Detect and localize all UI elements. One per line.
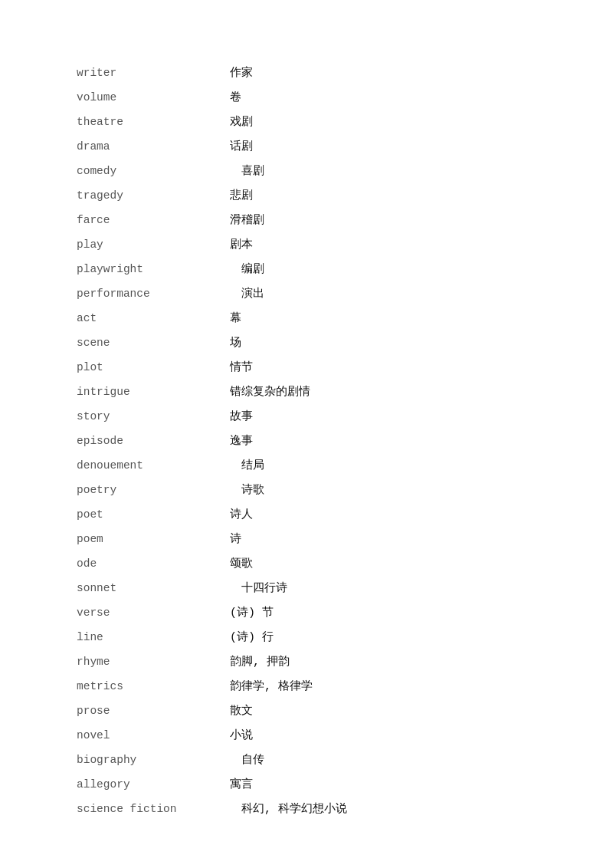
english-word: performance [77,282,230,307]
english-word: verse [77,601,230,626]
english-word: act [77,307,230,331]
chinese-translation: 散文 [230,699,536,724]
english-word: allegory [77,773,230,797]
english-word: biography [77,748,230,773]
table-row: prose散文 [77,699,536,724]
english-word: poetry [77,478,230,503]
table-row: writer作家 [77,61,536,86]
chinese-translation: 编剧 [230,258,536,282]
chinese-translation: 戏剧 [230,110,536,135]
english-word: ode [77,552,230,577]
english-word: poem [77,528,230,552]
chinese-translation: 话剧 [230,135,536,159]
chinese-translation: 幕 [230,307,536,331]
english-word: episode [77,429,230,454]
chinese-translation: 卷 [230,86,536,110]
chinese-translation: 滑稽剧 [230,209,536,233]
table-row: allegory寓言 [77,773,536,797]
english-word: drama [77,135,230,159]
table-row: scene场 [77,331,536,356]
table-row: metrics韵律学, 格律学 [77,675,536,699]
english-word: denouement [77,454,230,478]
english-word: play [77,233,230,258]
chinese-translation: 故事 [230,405,536,429]
chinese-translation: 诗人 [230,503,536,528]
english-word: theatre [77,110,230,135]
vocabulary-table: writer作家volume卷theatre戏剧drama话剧comedy 喜剧… [77,61,536,822]
english-word: comedy [77,159,230,184]
chinese-translation: 诗歌 [230,478,536,503]
english-word: tragedy [77,184,230,209]
chinese-translation: 剧本 [230,233,536,258]
table-row: science fiction 科幻, 科学幻想小说 [77,797,536,822]
table-row: denouement 结局 [77,454,536,478]
chinese-translation: (诗) 节 [230,601,536,626]
table-row: intrigue错综复杂的剧情 [77,380,536,405]
english-word: scene [77,331,230,356]
chinese-translation: 寓言 [230,773,536,797]
table-row: poet诗人 [77,503,536,528]
chinese-translation: 十四行诗 [230,577,536,601]
table-row: play剧本 [77,233,536,258]
chinese-translation: 颂歌 [230,552,536,577]
table-row: theatre戏剧 [77,110,536,135]
chinese-translation: 情节 [230,356,536,380]
english-word: rhyme [77,650,230,675]
english-word: plot [77,356,230,380]
table-row: story故事 [77,405,536,429]
table-row: line(诗) 行 [77,626,536,650]
table-row: rhyme韵脚, 押韵 [77,650,536,675]
table-row: drama话剧 [77,135,536,159]
table-row: comedy 喜剧 [77,159,536,184]
english-word: sonnet [77,577,230,601]
chinese-translation: (诗) 行 [230,626,536,650]
table-row: novel小说 [77,724,536,748]
table-row: plot情节 [77,356,536,380]
table-row: episode逸事 [77,429,536,454]
chinese-translation: 逸事 [230,429,536,454]
english-word: farce [77,209,230,233]
english-word: line [77,626,230,650]
english-word: playwright [77,258,230,282]
table-row: performance 演出 [77,282,536,307]
chinese-translation: 自传 [230,748,536,773]
chinese-translation: 喜剧 [230,159,536,184]
chinese-translation: 场 [230,331,536,356]
table-row: poem诗 [77,528,536,552]
english-word: volume [77,86,230,110]
table-row: playwright 编剧 [77,258,536,282]
chinese-translation: 错综复杂的剧情 [230,380,536,405]
english-word: science fiction [77,797,230,822]
english-word: novel [77,724,230,748]
chinese-translation: 悲剧 [230,184,536,209]
table-row: farce滑稽剧 [77,209,536,233]
chinese-translation: 结局 [230,454,536,478]
table-row: volume卷 [77,86,536,110]
english-word: intrigue [77,380,230,405]
english-word: metrics [77,675,230,699]
table-row: biography 自传 [77,748,536,773]
chinese-translation: 诗 [230,528,536,552]
table-row: act幕 [77,307,536,331]
table-row: verse(诗) 节 [77,601,536,626]
table-row: sonnet 十四行诗 [77,577,536,601]
english-word: story [77,405,230,429]
table-row: ode颂歌 [77,552,536,577]
english-word: poet [77,503,230,528]
table-row: poetry 诗歌 [77,478,536,503]
chinese-translation: 小说 [230,724,536,748]
english-word: prose [77,699,230,724]
chinese-translation: 韵律学, 格律学 [230,675,536,699]
table-row: tragedy悲剧 [77,184,536,209]
chinese-translation: 作家 [230,61,536,86]
english-word: writer [77,61,230,86]
chinese-translation: 科幻, 科学幻想小说 [230,797,536,822]
chinese-translation: 演出 [230,282,536,307]
chinese-translation: 韵脚, 押韵 [230,650,536,675]
